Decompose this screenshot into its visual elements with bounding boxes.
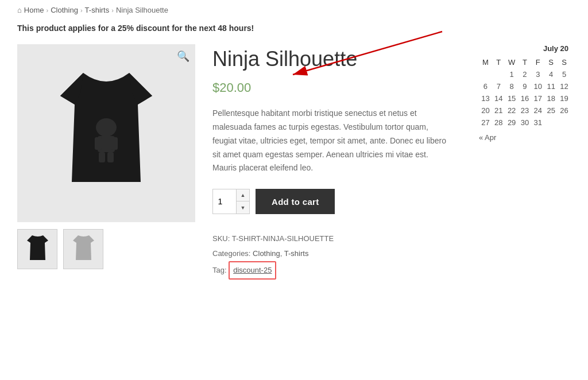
- calendar-cell: 25: [544, 104, 558, 117]
- calendar-cell: 9: [519, 80, 532, 92]
- calendar-cell: [544, 117, 558, 129]
- product-meta: SKU: T-SHIRT-NINJA-SILHOUETTE Categories…: [212, 231, 467, 280]
- calendar-cell: 14: [492, 92, 505, 104]
- tag-box: discount-25: [229, 261, 276, 280]
- add-to-cart-button[interactable]: Add to cart: [256, 189, 335, 214]
- calendar-cell: 13: [479, 92, 492, 104]
- calendar-cell: 29: [505, 117, 519, 129]
- calendar-cell: [492, 68, 505, 80]
- category-clothing-link[interactable]: Clothing: [253, 249, 280, 258]
- cal-header-t: T: [492, 56, 505, 68]
- product-section: 🔍: [17, 44, 467, 280]
- calendar-cell: 19: [558, 92, 571, 104]
- breadcrumb-sep-3: ›: [111, 7, 114, 14]
- sidebar: July 20 M T W T F S S 12: [479, 44, 571, 142]
- calendar: July 20 M T W T F S S 12: [479, 44, 571, 142]
- calendar-cell: 17: [531, 92, 544, 104]
- cal-header-m: M: [479, 56, 492, 68]
- sku-row: SKU: T-SHIRT-NINJA-SILHOUETTE: [212, 231, 467, 246]
- calendar-prev-link[interactable]: « Apr: [479, 133, 496, 142]
- calendar-cell: 20: [479, 104, 492, 117]
- calendar-cell: [479, 68, 492, 80]
- breadcrumb-home[interactable]: Home: [24, 6, 44, 14]
- calendar-cell: 28: [492, 117, 505, 129]
- discount-banner: This product applies for a 25% discount …: [17, 24, 571, 33]
- categories-row: Categories: Clothing, T-shirts: [212, 246, 467, 261]
- calendar-cell: 23: [519, 104, 532, 117]
- breadcrumb-sep-1: ›: [47, 7, 49, 14]
- calendar-cell: 15: [505, 92, 519, 104]
- svg-rect-4: [95, 137, 102, 150]
- calendar-cell: [558, 117, 571, 129]
- calendar-cell: 4: [544, 68, 558, 80]
- calendar-cell: 16: [519, 92, 532, 104]
- image-column: 🔍: [17, 44, 195, 280]
- quantity-down-button[interactable]: ▼: [237, 201, 249, 214]
- main-product-image: 🔍: [17, 44, 195, 222]
- tag-discount-link[interactable]: discount-25: [233, 266, 272, 274]
- quantity-wrapper: ▲ ▼: [212, 189, 250, 214]
- calendar-cell: 7: [492, 80, 505, 92]
- calendar-cell: 27: [479, 117, 492, 129]
- calendar-cell: 1: [505, 68, 519, 80]
- calendar-cell: 5: [558, 68, 571, 80]
- calendar-cell: 18: [544, 92, 558, 104]
- product-thumbnails: [17, 229, 195, 269]
- product-description: Pellentesque habitant morbi tristique se…: [212, 107, 454, 175]
- calendar-cell: 3: [531, 68, 544, 80]
- calendar-cell: 8: [505, 80, 519, 92]
- calendar-cell: 31: [531, 117, 544, 129]
- cal-header-f: F: [531, 56, 544, 68]
- svg-rect-6: [99, 152, 105, 162]
- quantity-input[interactable]: [213, 189, 236, 214]
- thumbnail-black[interactable]: [17, 229, 57, 269]
- zoom-icon[interactable]: 🔍: [177, 50, 189, 63]
- product-details: Ninja Silhouette $20.00 Pellentesque hab…: [212, 44, 467, 280]
- calendar-cell: 2: [519, 68, 532, 80]
- breadcrumb-tshirts[interactable]: T-shirts: [85, 6, 110, 14]
- product-price: $20.00: [212, 80, 467, 95]
- quantity-up-button[interactable]: ▲: [237, 189, 249, 201]
- calendar-cell: 11: [544, 80, 558, 92]
- svg-rect-5: [111, 137, 118, 150]
- calendar-cell: 22: [505, 104, 519, 117]
- cal-header-s: S: [544, 56, 558, 68]
- categories-label: Categories:: [212, 249, 250, 258]
- sku-label: SKU:: [212, 234, 230, 243]
- calendar-cell: 24: [531, 104, 544, 117]
- calendar-cell: 21: [492, 104, 505, 117]
- svg-point-2: [96, 118, 117, 137]
- sku-value: T-SHIRT-NINJA-SILHOUETTE: [232, 234, 334, 243]
- calendar-cell: 12: [558, 80, 571, 92]
- product-title: Ninja Silhouette: [212, 46, 467, 71]
- calendar-cell: 10: [531, 80, 544, 92]
- calendar-table: M T W T F S S 12345678910111213141516171…: [479, 56, 571, 129]
- home-icon: ⌂: [17, 6, 22, 14]
- calendar-cell: 30: [519, 117, 532, 129]
- product-image-svg: [49, 67, 164, 199]
- tag-label: Tag:: [212, 266, 227, 274]
- add-to-cart-row: ▲ ▼ Add to cart: [212, 189, 467, 214]
- breadcrumb: ⌂ Home › Clothing › T-shirts › Ninja Sil…: [17, 6, 571, 14]
- quantity-spinners: ▲ ▼: [236, 189, 249, 214]
- tag-row: Tag: discount-25: [212, 261, 467, 280]
- thumbnail-gray[interactable]: [63, 229, 103, 269]
- svg-rect-7: [107, 152, 114, 162]
- cal-header-s2: S: [558, 56, 571, 68]
- calendar-nav: « Apr: [479, 133, 571, 142]
- calendar-cell: 6: [479, 80, 492, 92]
- category-tshirts-link[interactable]: T-shirts: [284, 249, 309, 258]
- breadcrumb-sep-2: ›: [80, 7, 83, 14]
- calendar-title: July 20: [479, 44, 571, 53]
- cal-header-t2: T: [519, 56, 532, 68]
- breadcrumb-clothing[interactable]: Clothing: [51, 6, 78, 14]
- cal-header-w: W: [505, 56, 519, 68]
- calendar-cell: 26: [558, 104, 571, 117]
- breadcrumb-current: Ninja Silhouette: [116, 6, 168, 14]
- discount-banner-text: This product applies for a 25% discount …: [17, 24, 254, 33]
